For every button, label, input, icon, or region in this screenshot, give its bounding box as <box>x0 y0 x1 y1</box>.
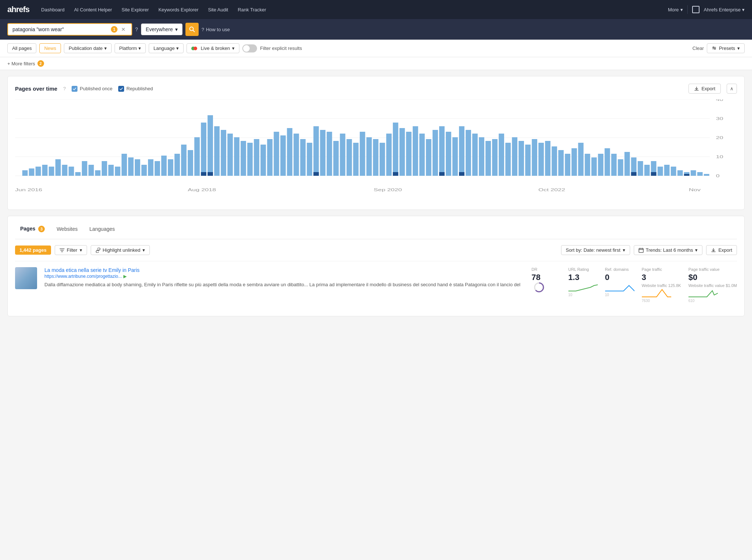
svg-rect-37 <box>155 161 160 176</box>
nav-more-button[interactable]: More ▾ <box>668 7 683 12</box>
svg-rect-50 <box>241 141 246 176</box>
platform-filter[interactable]: Platform ▾ <box>115 43 146 53</box>
nav-ai-content[interactable]: AI Content Helper <box>70 5 116 15</box>
search-input-wrapper: 1 ✕ <box>7 23 132 36</box>
svg-rect-32 <box>122 154 127 176</box>
sort-button[interactable]: Sort by: Date: newest first ▾ <box>561 245 630 255</box>
how-to-use-link[interactable]: ? How to use <box>202 27 230 32</box>
svg-rect-54 <box>267 139 272 176</box>
tab-languages[interactable]: Languages <box>84 224 120 234</box>
svg-rect-59 <box>300 139 306 176</box>
svg-rect-34 <box>135 159 140 176</box>
nav-dashboard[interactable]: Dashboard <box>37 5 68 15</box>
svg-rect-62 <box>320 130 326 176</box>
ref-domains-value: 0 <box>605 273 610 282</box>
sliders-icon <box>712 46 717 51</box>
svg-rect-97 <box>552 146 557 176</box>
svg-rect-123 <box>314 172 319 176</box>
nav-site-explorer[interactable]: Site Explorer <box>118 5 152 15</box>
svg-rect-53 <box>260 145 266 176</box>
svg-text:10: 10 <box>716 154 723 159</box>
svg-rect-35 <box>141 165 147 176</box>
chevron-down-icon: ▾ <box>742 7 745 12</box>
published-checkbox[interactable] <box>72 86 77 92</box>
page-traffic-chart <box>642 288 671 299</box>
all-pages-filter[interactable]: All pages <box>7 43 36 53</box>
chart-title: Pages over time <box>15 86 57 92</box>
svg-rect-135 <box>639 248 643 252</box>
nav-enterprise-button[interactable]: Ahrefs Enterprise ▾ <box>704 7 745 12</box>
more-filters-button[interactable]: + More filters <box>7 61 35 66</box>
clear-filters-button[interactable]: Clear <box>693 46 704 51</box>
svg-rect-96 <box>545 141 550 176</box>
svg-rect-104 <box>598 154 604 176</box>
logo[interactable]: ahrefs <box>7 5 29 14</box>
nav-rank-tracker[interactable]: Rank Tracker <box>234 5 270 15</box>
page-traffic-value: 3 <box>642 273 646 282</box>
search-badge: 1 <box>111 26 118 33</box>
page-traffic-label: Page traffic <box>642 267 662 272</box>
bar-chart-svg: 40 30 20 10 0 <box>15 99 737 195</box>
tab-pages[interactable]: Pages 3 <box>15 223 50 234</box>
svg-rect-80 <box>439 126 445 176</box>
svg-rect-86 <box>479 137 484 176</box>
chevron-down-icon: ▾ <box>680 7 683 12</box>
ref-domains-label: Ref. domains <box>605 267 629 272</box>
publication-date-filter[interactable]: Publication date ▾ <box>64 43 112 53</box>
svg-text:20: 20 <box>716 135 723 140</box>
svg-rect-55 <box>274 132 279 176</box>
chevron-down-icon: ▾ <box>175 26 178 32</box>
search-icon <box>189 26 195 32</box>
external-link-icon[interactable]: ▶ <box>123 274 127 279</box>
svg-rect-118 <box>691 170 696 176</box>
svg-text:Jun 2016: Jun 2016 <box>15 188 42 192</box>
svg-rect-67 <box>353 143 359 176</box>
language-filter[interactable]: Language ▾ <box>149 43 184 53</box>
chart-export-button[interactable]: Export <box>688 84 721 94</box>
clear-search-icon[interactable]: ✕ <box>121 26 126 32</box>
monitor-icon[interactable] <box>692 6 699 13</box>
nav-keywords-explorer[interactable]: Keywords Explorer <box>155 5 202 15</box>
result-title[interactable]: La moda etica nella serie tv Emily in Pa… <box>44 267 524 273</box>
explicit-filter-toggle[interactable] <box>242 44 257 52</box>
presets-button[interactable]: Presets ▾ <box>707 43 745 53</box>
url-rating-chart-labels: 1 0 <box>568 293 572 297</box>
pages-export-button[interactable]: Export <box>706 245 737 255</box>
trends-button[interactable]: Trends: Last 6 months ▾ <box>634 245 703 255</box>
search-button[interactable] <box>185 23 199 36</box>
svg-rect-24 <box>69 167 74 176</box>
result-thumbnail <box>15 267 37 289</box>
svg-rect-110 <box>638 161 643 176</box>
svg-rect-38 <box>161 156 167 176</box>
news-filter[interactable]: News <box>39 43 61 53</box>
svg-rect-61 <box>314 126 319 176</box>
help-icon[interactable]: ? <box>135 26 138 32</box>
tab-websites[interactable]: Websites <box>51 224 83 234</box>
svg-rect-18 <box>29 168 35 176</box>
top-navigation: ahrefs Dashboard AI Content Helper Site … <box>0 0 752 19</box>
live-broken-filter[interactable]: Live & broken ▾ <box>187 43 240 53</box>
chart-help-icon[interactable]: ? <box>63 86 66 91</box>
svg-rect-45 <box>207 115 213 176</box>
svg-rect-39 <box>168 159 173 176</box>
svg-rect-23 <box>62 165 68 176</box>
download-icon <box>694 86 699 91</box>
republished-checkbox[interactable] <box>118 86 124 92</box>
result-url[interactable]: https://www.artribune.com/progettazio... <box>44 274 122 279</box>
highlight-unlinked-button[interactable]: Highlight unlinked ▾ <box>91 245 150 255</box>
svg-rect-90 <box>505 143 511 176</box>
search-bar: 1 ✕ ? Everywhere ▾ ? How to use <box>0 19 752 40</box>
chart-collapse-button[interactable]: ∧ <box>727 84 737 94</box>
svg-rect-128 <box>651 172 657 176</box>
url-rating-chart <box>568 282 598 293</box>
svg-rect-116 <box>677 170 683 176</box>
nav-site-audit[interactable]: Site Audit <box>205 5 232 15</box>
page-traffic-chart-labels: 763 0 <box>642 299 650 303</box>
svg-rect-58 <box>294 134 299 176</box>
scope-dropdown[interactable]: Everywhere ▾ <box>141 23 182 35</box>
svg-rect-47 <box>221 130 226 176</box>
filter-button[interactable]: Filter ▾ <box>55 245 87 255</box>
svg-rect-74 <box>400 128 405 176</box>
filters-bar: All pages News Publication date ▾ Platfo… <box>0 40 752 57</box>
url-rating-label: URL Rating <box>568 267 589 272</box>
